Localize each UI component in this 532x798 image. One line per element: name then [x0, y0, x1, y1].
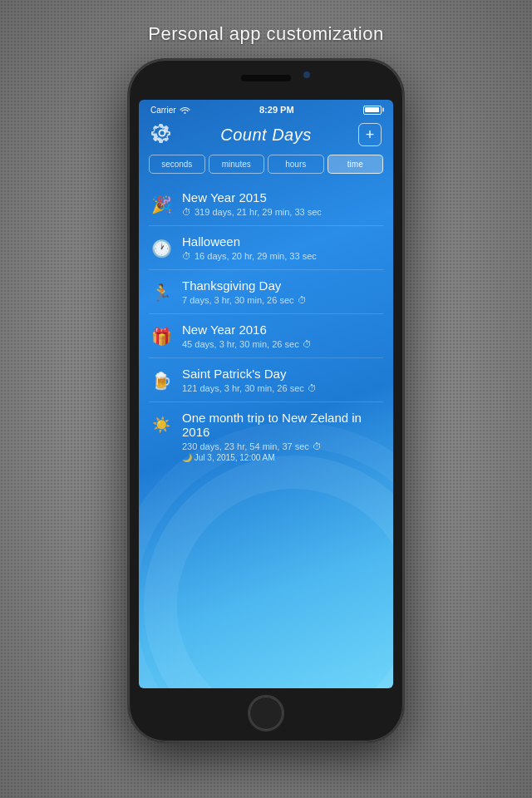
list-item[interactable]: 🍺 Saint Patrick's Day 121 days, 3 hr, 30… — [149, 358, 383, 402]
clock-icon: ⏱ — [313, 441, 322, 451]
tab-hours[interactable]: hours — [268, 155, 324, 174]
battery-icon — [363, 106, 382, 115]
event-content-thanksgiving: Thanksgiving Day 7 days, 3 hr, 30 min, 2… — [182, 278, 383, 305]
event-time: ⏱ 16 days, 20 hr, 29 min, 33 sec — [182, 251, 383, 261]
clock-icon: ⏱ — [182, 207, 191, 217]
event-time: ⏱ 319 days, 21 hr, 29 min, 33 sec — [182, 207, 383, 217]
add-event-button[interactable]: + — [358, 123, 382, 146]
app-header: Count Days + — [139, 118, 393, 155]
event-content-new-year-2015: New Year 2015 ⏱ 319 days, 21 hr, 29 min,… — [182, 190, 383, 217]
phone-camera — [303, 71, 310, 78]
event-time: 230 days, 23 hr, 54 min, 37 sec ⏱ — [182, 441, 383, 451]
tab-seconds[interactable]: seconds — [149, 155, 205, 174]
wifi-icon — [180, 106, 190, 114]
phone-screen: Carrier 8:29 PM — [139, 100, 393, 688]
event-content-halloween: Halloween ⏱ 16 days, 20 hr, 29 min, 33 s… — [182, 234, 383, 261]
phone-speaker — [241, 75, 291, 81]
event-time: 45 days, 3 hr, 30 min, 26 sec ⏱ — [182, 339, 383, 349]
event-name: New Year 2015 — [182, 190, 383, 204]
list-item[interactable]: ☀️ One month trip to New Zeland in 2016 … — [149, 402, 383, 470]
event-name: Halloween — [182, 234, 383, 249]
home-button[interactable] — [248, 695, 284, 732]
event-icon-saint-patricks: 🍺 — [149, 368, 174, 393]
event-content-new-year-2016: New Year 2016 45 days, 3 hr, 30 min, 26 … — [182, 323, 383, 349]
event-sub-date: 🌙 Jul 3, 2015, 12:00 AM — [182, 453, 383, 462]
event-content-saint-patricks: Saint Patrick's Day 121 days, 3 hr, 30 m… — [182, 367, 383, 393]
event-time: 7 days, 3 hr, 30 min, 26 sec ⏱ — [182, 295, 383, 305]
event-icon-nz-trip: ☀️ — [149, 412, 174, 437]
event-list: 🎉 New Year 2015 ⏱ 319 days, 21 hr, 29 mi… — [139, 182, 393, 672]
event-icon-new-year-2016: 🎁 — [149, 324, 174, 349]
event-content-nz-trip: One month trip to New Zeland in 2016 230… — [182, 411, 383, 462]
tab-minutes[interactable]: minutes — [209, 155, 265, 174]
carrier-text: Carrier — [150, 106, 176, 115]
settings-button[interactable] — [150, 121, 174, 148]
status-time: 8:29 PM — [259, 105, 294, 115]
gear-icon — [150, 121, 174, 145]
phone-shell: Carrier 8:29 PM — [129, 60, 403, 741]
carrier-label: Carrier — [150, 106, 190, 115]
event-icon-halloween: 🕐 — [149, 236, 174, 261]
event-name: New Year 2016 — [182, 323, 383, 337]
list-item[interactable]: 🎁 New Year 2016 45 days, 3 hr, 30 min, 2… — [149, 314, 383, 358]
event-duration: 45 days, 3 hr, 30 min, 26 sec — [182, 339, 299, 349]
event-duration: 319 days, 21 hr, 29 min, 33 sec — [195, 207, 322, 217]
battery-bar — [363, 106, 382, 115]
clock-icon: ⏱ — [298, 295, 307, 305]
tab-bar: seconds minutes hours time — [139, 155, 393, 182]
event-name: One month trip to New Zeland in 2016 — [182, 411, 383, 439]
event-name: Thanksgiving Day — [182, 278, 383, 293]
tab-time[interactable]: time — [328, 155, 384, 174]
list-item[interactable]: 🎉 New Year 2015 ⏱ 319 days, 21 hr, 29 mi… — [149, 182, 383, 226]
clock-icon: ⏱ — [308, 383, 317, 393]
page-title: Personal app customization — [148, 23, 383, 45]
app-title: Count Days — [220, 126, 312, 145]
event-duration: 7 days, 3 hr, 30 min, 26 sec — [182, 295, 294, 305]
event-time: 121 days, 3 hr, 30 min, 26 sec ⏱ — [182, 383, 383, 393]
clock-icon: ⏱ — [303, 339, 312, 349]
status-bar: Carrier 8:29 PM — [139, 100, 393, 118]
list-item[interactable]: 🕐 Halloween ⏱ 16 days, 20 hr, 29 min, 33… — [149, 226, 383, 270]
event-icon-thanksgiving: 🏃 — [149, 280, 174, 305]
event-icon-new-year-2015: 🎉 — [149, 192, 174, 217]
battery-fill — [365, 107, 379, 112]
list-item[interactable]: 🏃 Thanksgiving Day 7 days, 3 hr, 30 min,… — [149, 270, 383, 314]
event-duration: 230 days, 23 hr, 54 min, 37 sec — [182, 441, 309, 451]
event-name: Saint Patrick's Day — [182, 367, 383, 381]
clock-icon: ⏱ — [182, 251, 191, 261]
event-duration: 121 days, 3 hr, 30 min, 26 sec — [182, 383, 304, 393]
event-duration: 16 days, 20 hr, 29 min, 33 sec — [195, 251, 317, 261]
